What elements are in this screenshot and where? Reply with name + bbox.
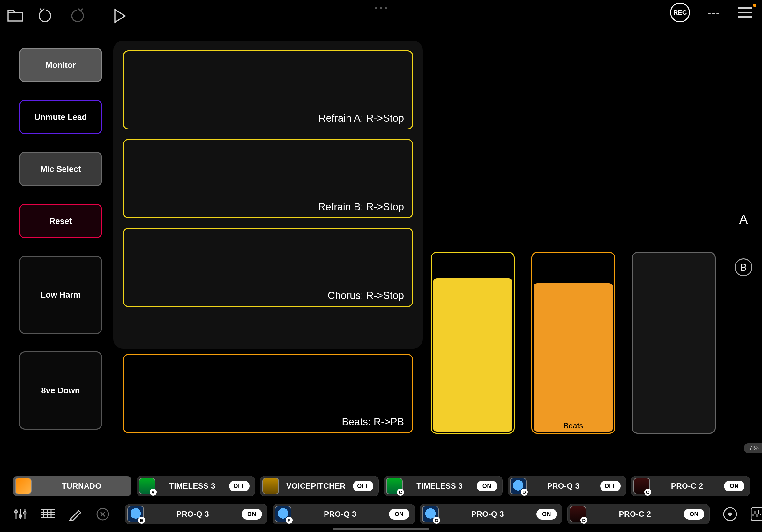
plugin-route-badge: E <box>138 517 145 524</box>
plugin-route-badge: D <box>580 517 587 524</box>
plugin-row-1: TURNADO A TIMELESS 3 OFF VOICEPITCHER OF… <box>13 476 750 496</box>
plugin-icon <box>15 478 32 495</box>
plugin-toggle[interactable]: ON <box>724 481 744 492</box>
svg-point-5 <box>729 513 731 515</box>
fader-2-beats[interactable]: Beats <box>531 252 615 434</box>
plugin-route-badge: C <box>397 489 404 496</box>
drag-handle-icon[interactable] <box>375 7 387 9</box>
plugin-slot[interactable]: F PRO-Q 3 ON <box>272 504 415 524</box>
fader-1[interactable] <box>431 252 515 434</box>
clip-panel: Refrain A: R->Stop Refrain B: R->Stop Ch… <box>113 41 423 349</box>
top-toolbar: REC --- <box>0 0 762 32</box>
menu-icon[interactable] <box>738 7 752 18</box>
cpu-percent-badge: 7% <box>744 443 762 453</box>
plugin-area: TURNADO A TIMELESS 3 OFF VOICEPITCHER OF… <box>13 476 750 524</box>
plugin-name: PRO-Q 3 <box>444 510 531 519</box>
plugin-slot[interactable]: TURNADO <box>13 476 131 496</box>
mixer-icon[interactable] <box>13 506 28 522</box>
plugin-name: TURNADO <box>37 482 126 491</box>
plugin-icon <box>262 478 279 495</box>
edit-icon[interactable] <box>68 506 83 522</box>
plugin-toggle[interactable]: OFF <box>600 481 621 492</box>
ab-select-b[interactable]: B <box>734 258 752 276</box>
plugin-toggle[interactable]: ON <box>684 509 704 519</box>
unmute-lead-button[interactable]: Unmute Lead <box>19 100 102 134</box>
plugin-icon: F <box>275 506 291 522</box>
plugin-route-badge: D <box>521 489 528 496</box>
clip-beats[interactable]: Beats: R->PB <box>123 354 413 433</box>
plugin-name: PRO-Q 3 <box>297 510 383 519</box>
pattern-icon[interactable] <box>40 506 55 522</box>
plugin-icon: D <box>570 506 586 522</box>
status-dot-icon <box>753 4 756 7</box>
plugin-icon: C <box>634 478 650 495</box>
target-icon[interactable] <box>721 505 739 523</box>
record-button[interactable]: REC <box>670 3 690 22</box>
waveform-box-icon[interactable] <box>749 505 762 523</box>
low-harm-button[interactable]: Low Harm <box>19 256 102 334</box>
plugin-slot[interactable]: G PRO-Q 3 ON <box>420 504 562 524</box>
mini-tools-right <box>721 505 762 523</box>
tempo-display[interactable]: --- <box>708 6 720 19</box>
play-icon[interactable] <box>105 1 135 31</box>
plugin-slot[interactable]: VOICEPITCHER OFF <box>260 476 379 496</box>
fader-3[interactable] <box>632 252 716 434</box>
mini-tools-left <box>13 506 111 522</box>
plugin-toggle[interactable]: ON <box>477 481 497 492</box>
plugin-route-badge: F <box>286 517 293 524</box>
plugin-name: PRO-C 2 <box>656 482 718 491</box>
reset-button[interactable]: Reset <box>19 204 102 238</box>
plugin-name: VOICEPITCHER <box>285 482 347 491</box>
plugin-icon: C <box>386 478 403 495</box>
plugin-toggle[interactable]: OFF <box>229 481 250 492</box>
plugin-name: TIMELESS 3 <box>161 482 224 491</box>
plugin-icon: A <box>139 478 155 495</box>
ab-selector: A B <box>734 212 752 276</box>
plugin-slot[interactable]: C TIMELESS 3 ON <box>384 476 502 496</box>
folder-icon[interactable] <box>0 1 31 31</box>
plugin-route-badge: C <box>644 489 651 496</box>
undo-icon[interactable] <box>31 1 61 31</box>
plugin-name: PRO-C 2 <box>592 510 678 519</box>
plugin-icon: E <box>127 506 144 522</box>
redo-icon[interactable] <box>61 1 92 31</box>
plugin-icon: D <box>510 478 526 495</box>
plugin-icon: G <box>422 506 439 522</box>
plugin-toggle[interactable]: ON <box>536 509 557 519</box>
home-indicator <box>333 528 429 530</box>
plugin-route-badge: G <box>433 517 440 524</box>
mic-select-button[interactable]: Mic Select <box>19 152 102 186</box>
plugin-slot[interactable]: E PRO-Q 3 ON <box>125 504 267 524</box>
plugin-toggle[interactable]: ON <box>242 509 262 519</box>
clip-refrain-a[interactable]: Refrain A: R->Stop <box>123 50 413 129</box>
clip-chorus[interactable]: Chorus: R->Stop <box>123 228 413 307</box>
ab-select-a[interactable]: A <box>739 212 748 227</box>
eight-ve-down-button[interactable]: 8ve Down <box>19 352 102 430</box>
plugin-slot[interactable]: D PRO-C 2 ON <box>568 504 710 524</box>
left-button-column: Monitor Unmute Lead Mic Select Reset Low… <box>19 48 102 430</box>
plugin-slot[interactable]: C PRO-C 2 ON <box>631 476 750 496</box>
monitor-button[interactable]: Monitor <box>19 48 102 82</box>
clip-refrain-b[interactable]: Refrain B: R->Stop <box>123 139 413 218</box>
plugin-row-2: E PRO-Q 3 ON F PRO-Q 3 ON G PRO-Q 3 ON D… <box>13 504 750 524</box>
plugin-name: PRO-Q 3 <box>532 482 595 491</box>
plugin-toggle[interactable]: OFF <box>353 481 373 492</box>
close-circle-icon[interactable] <box>95 506 111 522</box>
plugin-route-badge: A <box>150 489 157 496</box>
plugin-slot[interactable]: D PRO-Q 3 OFF <box>508 476 626 496</box>
plugin-name: TIMELESS 3 <box>409 482 471 491</box>
plugin-toggle[interactable]: ON <box>389 509 410 519</box>
plugin-slot[interactable]: A TIMELESS 3 OFF <box>137 476 255 496</box>
plugin-name: PRO-Q 3 <box>150 510 236 519</box>
